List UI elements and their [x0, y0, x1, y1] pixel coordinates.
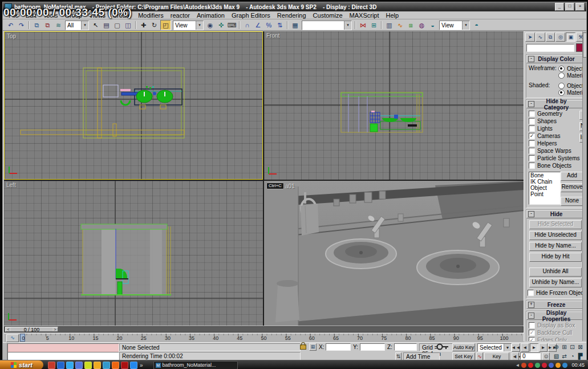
render-setup-icon[interactable]: ◒ — [428, 21, 437, 30]
unhide-by-name-button[interactable]: Unhide by Name... — [529, 278, 582, 287]
zoom-extents-all-icon[interactable]: ⊠ — [577, 343, 584, 351]
checkbox-icon[interactable]: ✓ — [529, 330, 535, 336]
category-checkbox-particle-systems[interactable]: Particle Systems — [529, 155, 579, 161]
select-and-link-icon[interactable]: ⧉ — [32, 21, 42, 30]
zoom-icon[interactable]: ⊕ — [553, 343, 560, 351]
quicklaunch-icon-2[interactable] — [57, 362, 64, 369]
select-and-rotate-icon[interactable]: ↻ — [149, 21, 159, 30]
select-and-manipulate-icon[interactable]: ✜ — [216, 21, 226, 30]
schematic-view-icon[interactable]: ⧈ — [406, 21, 416, 30]
auto-key-button[interactable]: Auto Key — [452, 343, 475, 351]
viewport-top[interactable]: Top — [4, 31, 263, 180]
tray-icon-1[interactable] — [521, 363, 526, 368]
quick-render-icon[interactable]: ◓ — [472, 21, 481, 30]
viewport-left[interactable]: Left — [4, 181, 263, 326]
selection-filter-dropdown[interactable]: All▾ — [65, 21, 89, 30]
tray-icon-2[interactable] — [528, 363, 533, 368]
snaps-toggle-icon[interactable]: ∩ — [242, 21, 252, 30]
angle-snap-icon[interactable]: ∠ — [253, 21, 263, 30]
y-coordinate-field[interactable] — [360, 343, 385, 351]
z-coordinate-field[interactable] — [394, 343, 417, 351]
quicklaunch-icon-5[interactable] — [84, 362, 92, 369]
collapse-icon[interactable]: - — [528, 211, 534, 217]
pan-view-icon[interactable]: ⇄ — [561, 352, 568, 360]
viewport-camera-label[interactable]: a01 — [285, 183, 295, 189]
viewport-top-label[interactable]: Top — [7, 33, 16, 39]
command-panel-scrollbar[interactable] — [582, 31, 587, 341]
named-selection-sets-dropdown[interactable]: ▾ — [302, 21, 352, 30]
hide-selected-button[interactable]: Hide Selected — [529, 220, 582, 229]
checkbox-icon[interactable] — [529, 155, 535, 161]
tab-create[interactable]: ➤ — [525, 33, 535, 42]
selection-lock-toggle-icon[interactable] — [300, 344, 306, 350]
category-checkbox-cameras[interactable]: ✓Cameras — [529, 132, 579, 139]
minimize-button[interactable]: _ — [555, 3, 564, 11]
go-to-start-button[interactable]: ◄◄ — [512, 343, 520, 352]
remove-button[interactable]: Remove — [561, 183, 583, 192]
select-object-icon[interactable]: ↖ — [91, 21, 100, 30]
quicklaunch-icon-3[interactable] — [66, 362, 74, 369]
hide-by-hit-button[interactable]: Hide by Hit — [529, 253, 582, 262]
rollout-hide-by-category-header[interactable]: - Hide by Category — [526, 100, 585, 108]
rectangular-selection-icon[interactable]: ▢ — [112, 21, 122, 30]
absolute-offset-mode-icon[interactable]: ⊞ — [309, 343, 317, 351]
tab-modify[interactable]: ∿ — [536, 33, 545, 42]
keyboard-override-icon[interactable]: ⌨ — [227, 21, 237, 30]
checkbox-icon[interactable] — [529, 163, 535, 169]
quicklaunch-icon-1[interactable] — [48, 362, 55, 369]
play-animation-button[interactable]: ► — [530, 343, 538, 352]
chevron-down-icon[interactable]: ▾ — [196, 21, 203, 30]
key-mode-toggle-icon[interactable]: ◄◄ — [512, 352, 519, 360]
communicator-icon[interactable]: ⇅ — [395, 352, 402, 360]
chevron-down-icon[interactable]: ▾ — [344, 21, 351, 30]
quicklaunch-icon-6[interactable] — [94, 362, 101, 369]
time-configuration-icon[interactable]: ⊙ — [542, 352, 550, 360]
menu-rendering[interactable]: Rendering — [274, 12, 310, 19]
quick-launch-overflow-chevron[interactable]: » — [140, 362, 143, 368]
tab-motion[interactable]: ◎ — [555, 33, 565, 42]
checkbox-icon[interactable] — [529, 125, 535, 132]
select-by-name-icon[interactable]: ▤ — [102, 21, 111, 30]
align-icon[interactable]: ⊞ — [369, 21, 379, 30]
menu-help[interactable]: Help — [383, 12, 403, 19]
radio-icon[interactable] — [558, 72, 565, 79]
category-checkbox-lights[interactable]: Lights — [529, 125, 579, 132]
viewport-front[interactable]: Front — [264, 31, 524, 180]
time-slider[interactable]: < 0 / 100 > — [4, 326, 524, 332]
previous-frame-button[interactable]: ◄ — [521, 343, 529, 352]
list-item[interactable]: Point — [529, 191, 560, 197]
radio-icon[interactable] — [558, 83, 565, 89]
chevron-down-icon[interactable]: ▾ — [462, 21, 469, 30]
none-list-button[interactable]: None — [561, 197, 583, 206]
chevron-down-icon[interactable]: ▾ — [81, 21, 88, 30]
category-checkbox-space-warps[interactable]: Space Warps — [529, 147, 579, 154]
property-checkbox-backface-cull[interactable]: ✓Backface Cull — [529, 329, 583, 336]
hide-by-name-button[interactable]: Hide by Name... — [529, 242, 582, 251]
window-crossing-icon[interactable]: ◫ — [123, 21, 133, 30]
viewport-left-label[interactable]: Left — [6, 182, 16, 188]
menu-animation[interactable]: Animation — [193, 12, 228, 19]
quicklaunch-icon-9[interactable] — [121, 362, 128, 369]
menu-modifiers[interactable]: Modifiers — [135, 12, 167, 19]
material-editor-icon[interactable]: ◍ — [417, 21, 427, 30]
tray-icon-7[interactable] — [562, 363, 567, 368]
checkbox-icon[interactable] — [529, 118, 535, 124]
add-button[interactable]: Add — [561, 172, 583, 181]
zoom-extents-icon[interactable]: ⊡ — [569, 343, 576, 351]
arc-rotate-icon[interactable]: ◔ — [569, 352, 576, 360]
quicklaunch-icon-10[interactable] — [130, 362, 137, 369]
select-and-move-icon[interactable]: ✚ — [139, 21, 148, 30]
menu-graph-editors[interactable]: Graph Editors — [228, 12, 274, 19]
object-name-field[interactable] — [526, 44, 574, 52]
menu-customize[interactable]: Customize — [310, 12, 346, 19]
checkbox-icon[interactable] — [529, 140, 535, 147]
start-button[interactable]: start — [0, 360, 43, 369]
close-button[interactable]: × — [575, 3, 585, 11]
category-checkbox-bone-objects[interactable]: Bone Objects — [529, 162, 579, 169]
key-filters-button[interactable]: Key Filters... — [484, 352, 509, 360]
tab-display[interactable]: ▣ — [566, 33, 575, 42]
animate-selection-dropdown[interactable]: Selected▼ — [477, 343, 512, 352]
edit-named-selections-icon[interactable]: ▦ — [290, 21, 300, 30]
collapse-icon[interactable]: - — [528, 56, 534, 62]
curve-editor-icon[interactable]: ∿ — [395, 21, 405, 30]
